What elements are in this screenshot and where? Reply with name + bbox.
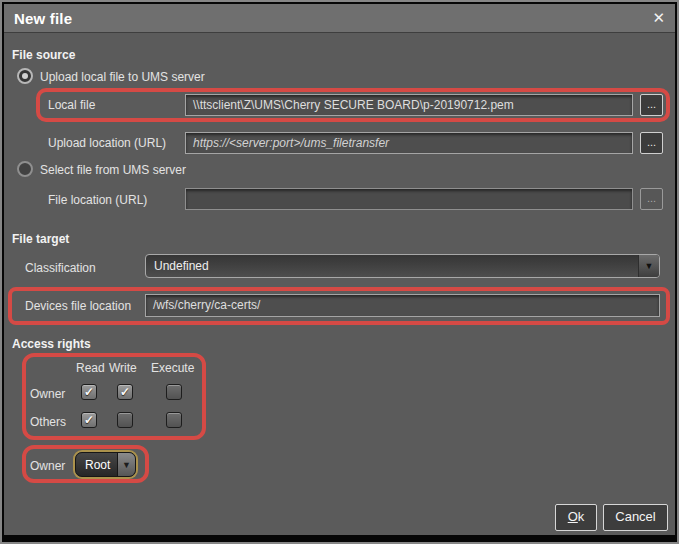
others-execute-checkbox[interactable] bbox=[166, 412, 182, 428]
others-read-checkbox[interactable]: ✓ bbox=[81, 412, 97, 428]
ok-button-label-rest: k bbox=[578, 509, 585, 524]
file-target-heading: File target bbox=[12, 232, 69, 246]
close-icon[interactable]: ✕ bbox=[652, 9, 665, 27]
owner-row-label: Owner bbox=[30, 387, 65, 401]
file-location-browse-button: ... bbox=[640, 188, 663, 210]
column-header-read: Read bbox=[76, 361, 105, 375]
window-frame: New file ✕ File source Upload local file… bbox=[0, 0, 679, 544]
owner-dropdown-label: Owner bbox=[30, 459, 65, 473]
column-header-write: Write bbox=[109, 361, 137, 375]
file-location-input bbox=[185, 188, 633, 210]
owner-selected-value: Root bbox=[76, 458, 117, 472]
ok-button-mnemonic: O bbox=[568, 509, 578, 524]
title-bar: New file ✕ bbox=[4, 4, 675, 33]
classification-label: Classification bbox=[25, 261, 96, 275]
chevron-down-icon: ▼ bbox=[638, 255, 659, 277]
upload-local-radio-label: Upload local file to UMS server bbox=[40, 70, 205, 84]
file-source-heading: File source bbox=[12, 48, 75, 62]
others-row-label: Others bbox=[30, 415, 66, 429]
classification-dropdown[interactable]: Undefined ▼ bbox=[145, 254, 660, 278]
owner-dropdown[interactable]: Root ▼ bbox=[75, 452, 136, 477]
local-file-browse-button[interactable]: ... bbox=[640, 94, 663, 116]
upload-local-radio[interactable] bbox=[17, 68, 33, 84]
new-file-dialog: New file ✕ File source Upload local file… bbox=[4, 4, 675, 535]
upload-location-label: Upload location (URL) bbox=[48, 136, 166, 150]
radio-selected-dot bbox=[22, 73, 28, 79]
owner-execute-checkbox[interactable] bbox=[166, 384, 182, 400]
access-rights-heading: Access rights bbox=[12, 337, 91, 351]
cancel-button[interactable]: Cancel bbox=[603, 504, 668, 531]
owner-write-checkbox[interactable]: ✓ bbox=[117, 384, 133, 400]
devices-file-location-input[interactable]: /wfs/cherry/ca-certs/ bbox=[145, 294, 660, 317]
owner-read-checkbox[interactable]: ✓ bbox=[81, 384, 97, 400]
classification-selected-value: Undefined bbox=[146, 259, 638, 273]
column-header-execute: Execute bbox=[151, 361, 194, 375]
select-from-server-radio[interactable] bbox=[17, 161, 33, 177]
chevron-down-icon: ▼ bbox=[117, 453, 135, 476]
upload-location-browse-button[interactable]: ... bbox=[640, 132, 663, 154]
local-file-input[interactable]: \\ttsclient\Z\UMS\Cherry SECURE BOARD\p-… bbox=[185, 94, 633, 116]
devices-file-location-label: Devices file location bbox=[25, 299, 131, 313]
ok-button[interactable]: Ok bbox=[555, 504, 597, 531]
upload-location-input[interactable]: https://<server:port>/ums_filetransfer bbox=[185, 132, 633, 154]
local-file-label: Local file bbox=[48, 98, 95, 112]
file-location-label: File location (URL) bbox=[48, 193, 147, 207]
others-write-checkbox[interactable] bbox=[117, 412, 133, 428]
dialog-title: New file bbox=[14, 10, 72, 27]
select-from-server-radio-label: Select file from UMS server bbox=[40, 163, 186, 177]
